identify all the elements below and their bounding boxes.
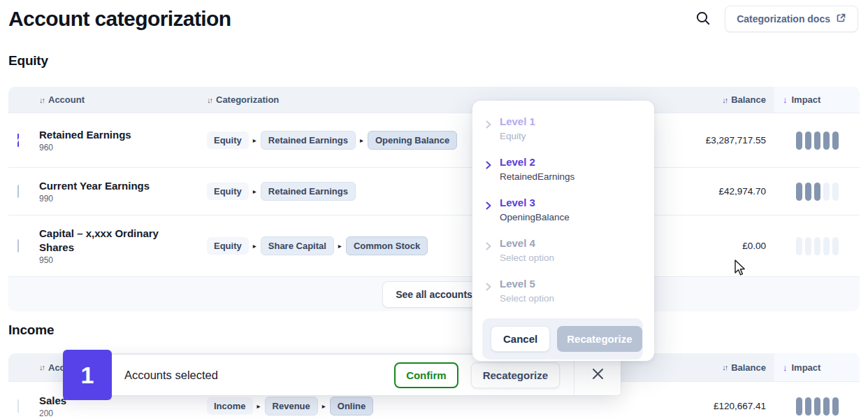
- level-value: OpeningBalance: [500, 211, 570, 223]
- account-name: Sales: [39, 394, 193, 407]
- column-header-balance[interactable]: ↓↑ Balance: [722, 362, 774, 373]
- sort-desc-icon: ↓: [783, 94, 788, 105]
- level-5-item: Level 5 Select option: [482, 271, 643, 312]
- tag-separator-icon: ▸: [322, 402, 326, 410]
- recategorize-button[interactable]: Recategorize: [471, 362, 560, 388]
- tag-separator-icon: ▸: [253, 242, 256, 250]
- sort-icon: ↓↑: [722, 363, 727, 371]
- see-all-accounts-button[interactable]: See all accounts: [382, 281, 486, 308]
- column-label-balance: Balance: [731, 362, 766, 373]
- tag-separator-icon: ▸: [338, 242, 342, 250]
- level-1-item: Level 1 Equity: [482, 109, 643, 150]
- impact-bars: [774, 237, 860, 255]
- page-header: Account categorization Categorization do…: [0, 0, 868, 32]
- level-3-item[interactable]: Level 3 OpeningBalance: [482, 190, 643, 231]
- impact-bars: [774, 183, 860, 201]
- column-header-account[interactable]: ↓↑ Account: [39, 94, 207, 105]
- column-label-impact: Impact: [792, 362, 821, 373]
- equity-table-footer: See all accounts: [8, 276, 860, 311]
- column-label-impact: Impact: [792, 94, 821, 105]
- column-label-balance: Balance: [731, 94, 766, 105]
- category-tag[interactable]: Revenue: [265, 397, 318, 416]
- categorization-docs-button[interactable]: Categorization docs: [725, 6, 858, 32]
- level-value: Equity: [500, 130, 535, 142]
- table-row-current-year-earnings: Current Year Earnings 990 Equity ▸ Retai…: [8, 167, 860, 215]
- row-checkbox[interactable]: [17, 399, 19, 413]
- account-name: Retained Earnings: [39, 128, 193, 141]
- account-name: Capital – x,xxx Ordinary Shares: [39, 227, 193, 253]
- sort-icon: ↓↑: [39, 96, 44, 104]
- popover-footer: Cancel Recategorize: [482, 318, 643, 360]
- impact-bars: [774, 397, 860, 416]
- recategorize-button-disabled[interactable]: Recategorize: [557, 326, 642, 352]
- recategorize-popover: Level 1 Equity Level 2 RetainedEarnings …: [472, 101, 654, 361]
- confirm-button[interactable]: Confirm: [394, 362, 458, 388]
- level-label: Level 5: [500, 278, 554, 290]
- column-label-account: Account: [48, 94, 85, 105]
- balance-value: £3,287,717.55: [706, 135, 774, 145]
- category-tag[interactable]: Online: [330, 397, 373, 416]
- tag-separator-icon: ▸: [360, 136, 363, 144]
- chevron-right-icon: [485, 159, 492, 172]
- equity-section-heading: Equity: [8, 53, 868, 69]
- level-value: Select option: [500, 252, 554, 264]
- row-checkbox[interactable]: [17, 134, 19, 147]
- tag-separator-icon: ▸: [253, 136, 256, 144]
- sort-icon: ↓↑: [722, 96, 727, 104]
- account-code: 950: [39, 255, 207, 265]
- tag-separator-icon: ▸: [257, 402, 261, 410]
- column-label-categorization: Categorization: [216, 94, 279, 105]
- balance-value: £42,974.70: [718, 186, 774, 197]
- account-code: 200: [39, 409, 207, 418]
- selected-count-badge: 1: [63, 350, 112, 400]
- cancel-button[interactable]: Cancel: [491, 326, 550, 352]
- category-tag[interactable]: Retained Earnings: [261, 182, 356, 201]
- category-tag[interactable]: Opening Balance: [368, 131, 457, 150]
- sort-icon: ↓↑: [39, 363, 44, 371]
- level-value: RetainedEarnings: [500, 171, 574, 183]
- category-tag[interactable]: Equity: [207, 132, 249, 149]
- account-code: 990: [39, 194, 207, 204]
- level-4-item: Level 4 Select option: [482, 231, 643, 271]
- external-link-icon: [836, 13, 846, 25]
- page-title: Account categorization: [8, 7, 231, 31]
- account-name: Current Year Earnings: [39, 179, 193, 192]
- sort-desc-icon: ↓: [783, 362, 788, 373]
- level-label: Level 4: [500, 237, 554, 250]
- equity-table: ↓↑ Account ↓↑ Categorization ↓↑ Balance …: [8, 87, 860, 311]
- level-label: Level 2: [500, 156, 574, 169]
- income-section-heading: Income: [8, 322, 868, 338]
- table-row-retained-earnings: Retained Earnings 960 Equity ▸ Retained …: [8, 113, 860, 167]
- account-code: 960: [39, 143, 207, 152]
- row-checkbox[interactable]: [17, 239, 19, 253]
- category-tag[interactable]: Common Stock: [346, 236, 428, 255]
- level-label: Level 1: [500, 115, 535, 128]
- column-header-impact[interactable]: ↓ Impact: [774, 353, 860, 381]
- row-checkbox[interactable]: [17, 185, 19, 198]
- chevron-right-icon: [485, 281, 492, 294]
- table-row-capital-ordinary-shares: Capital – x,xxx Ordinary Shares 950 Equi…: [8, 215, 860, 276]
- search-button[interactable]: [691, 6, 715, 32]
- balance-value: £120,667.41: [714, 401, 774, 411]
- chevron-right-icon: [485, 241, 492, 253]
- category-tag[interactable]: Retained Earnings: [261, 131, 356, 150]
- column-header-impact[interactable]: ↓ Impact: [774, 87, 860, 113]
- balance-value: £0.00: [742, 241, 774, 251]
- level-2-item[interactable]: Level 2 RetainedEarnings: [482, 150, 643, 190]
- category-tag[interactable]: Income: [207, 397, 253, 415]
- sort-icon: ↓↑: [207, 96, 212, 104]
- level-value: Select option: [500, 292, 554, 304]
- chevron-right-icon: [485, 119, 492, 132]
- categorization-tags: Income ▸ Revenue ▸ Online: [207, 397, 642, 416]
- close-icon: [592, 368, 604, 382]
- category-tag[interactable]: Equity: [207, 237, 249, 255]
- category-tag[interactable]: Equity: [207, 183, 249, 200]
- categorization-docs-label: Categorization docs: [737, 13, 830, 24]
- tag-separator-icon: ▸: [253, 187, 256, 195]
- impact-bars: [774, 132, 860, 150]
- chevron-right-icon: [485, 200, 492, 213]
- column-header-balance[interactable]: ↓↑ Balance: [722, 94, 774, 105]
- category-tag[interactable]: Share Capital: [261, 236, 334, 255]
- level-label: Level 3: [500, 197, 570, 209]
- search-icon: [695, 10, 711, 28]
